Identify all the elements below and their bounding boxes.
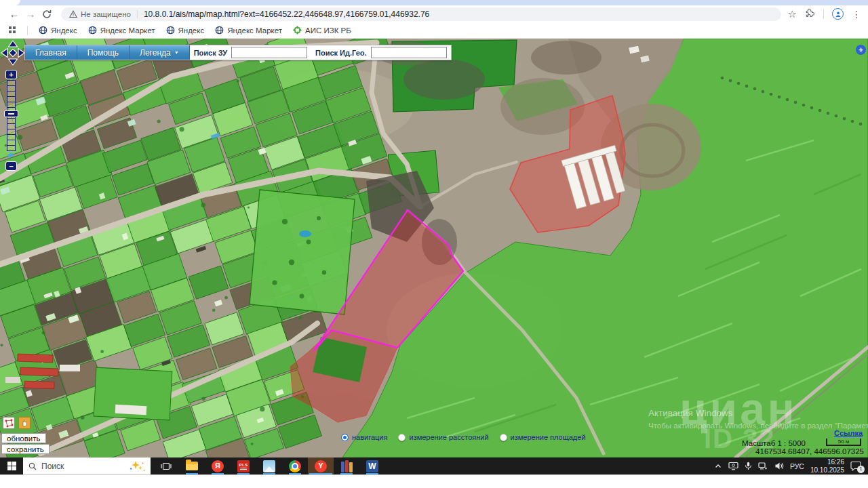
windows-activation-title: Активация Windows xyxy=(648,408,732,418)
bookmarks-bar: Яндекс Яндекс Маркет Яндекс Яндекс Марке… xyxy=(0,22,868,39)
pan-down-arrow xyxy=(9,59,18,65)
bookmark-yandex-market-2[interactable]: Яндекс Маркет xyxy=(215,26,282,35)
photos-app-icon[interactable] xyxy=(256,458,282,474)
chevron-down-icon: ▼ xyxy=(174,50,179,55)
date: 10.10.2025 xyxy=(810,466,844,474)
notification-badge: 1 xyxy=(857,466,865,473)
pls-app-icon[interactable]: PLS xyxy=(231,458,256,474)
display-icon[interactable] xyxy=(728,462,738,470)
bookmark-yandex-2[interactable]: Яндекс xyxy=(166,26,205,35)
cursor-coordinates: 4167534.68407, 446596.07325 xyxy=(755,447,864,455)
bookmark-label: Яндекс xyxy=(178,26,205,35)
globe-icon xyxy=(88,26,97,35)
task-view-icon[interactable] xyxy=(153,458,179,474)
refresh-icon[interactable] xyxy=(39,7,54,22)
language-indicator[interactable]: РУС xyxy=(790,462,804,470)
tray-chevron-icon[interactable] xyxy=(714,462,722,470)
mode-label: измерение площадей xyxy=(511,433,586,441)
pan-compass[interactable] xyxy=(1,40,25,66)
url-text: 10.8.0.1/ais/map/map.html?ext=4166452.22… xyxy=(144,9,429,19)
profile-avatar[interactable] xyxy=(832,8,844,20)
zoom-in-button[interactable]: + xyxy=(5,70,17,79)
home-button[interactable]: Главная xyxy=(25,45,77,60)
bookmark-star-icon[interactable]: ☆ xyxy=(788,8,797,20)
wreath-icon xyxy=(293,26,302,35)
bookmark-label: Яндекс Маркет xyxy=(227,26,282,35)
mode-measure-distance[interactable]: измерение расстояний xyxy=(398,433,488,441)
winrar-icon[interactable] xyxy=(334,458,359,474)
mode-navigation[interactable]: навигация xyxy=(341,433,387,441)
search-zu-label: Поиск ЗУ xyxy=(190,45,231,60)
yandex-app-icon[interactable]: Я xyxy=(205,458,231,474)
windows-logo-icon xyxy=(7,462,16,470)
bookmark-label: Яндекс xyxy=(51,26,77,35)
system-tray: РУС 16:26 10.10.2025 1 xyxy=(714,458,868,474)
microphone-icon[interactable] xyxy=(745,462,752,470)
bookmark-label: Яндекс Маркет xyxy=(100,26,155,35)
legend-dropdown[interactable]: Легенда▼ xyxy=(130,45,190,60)
forward-icon[interactable]: → xyxy=(23,7,38,22)
add-overlay-button[interactable]: + xyxy=(856,45,866,55)
pan-up-arrow xyxy=(9,41,18,47)
divider xyxy=(27,26,28,35)
bookmark-ais-izk[interactable]: АИС ИЗК РБ xyxy=(293,26,351,35)
yandex-browser-icon[interactable]: Y xyxy=(308,458,334,474)
search-zu-input[interactable] xyxy=(231,47,307,58)
menu-icon[interactable]: ⋮ xyxy=(852,9,861,20)
apps-grid-icon[interactable] xyxy=(8,24,16,37)
save-button[interactable]: сохранить xyxy=(1,444,50,454)
pan-hand-icon[interactable] xyxy=(18,417,31,429)
bookmark-yandex-market-1[interactable]: Яндекс Маркет xyxy=(88,26,155,35)
zoom-slider-track[interactable] xyxy=(7,81,16,151)
refresh-button[interactable]: обновить xyxy=(1,433,46,443)
browser-toolbar: ← → Не защищено 10.8.0.1/ais/map/map.htm… xyxy=(0,5,868,22)
pan-center xyxy=(9,49,16,56)
network-icon[interactable] xyxy=(758,462,768,470)
radio-icon[interactable] xyxy=(500,434,507,441)
globe-icon xyxy=(166,26,175,35)
radio-selected-icon[interactable] xyxy=(341,434,349,441)
volume-icon[interactable] xyxy=(774,462,784,470)
scale-bar: 50 м xyxy=(826,439,861,446)
mode-measure-area[interactable]: измерение площадей xyxy=(500,433,586,441)
help-button[interactable]: Помощь xyxy=(77,45,130,60)
extensions-icon[interactable] xyxy=(805,7,815,20)
start-button[interactable] xyxy=(0,458,23,474)
chrome-icon[interactable] xyxy=(282,458,308,474)
taskbar-search[interactable]: Поиск xyxy=(23,458,151,474)
zoom-slider-handle[interactable] xyxy=(4,110,18,117)
pan-right-arrow xyxy=(18,49,24,58)
address-bar[interactable]: Не защищено 10.8.0.1/ais/map/map.html?ex… xyxy=(61,7,781,21)
divider xyxy=(823,9,824,19)
time: 16:26 xyxy=(827,458,844,466)
bookmark-yandex-1[interactable]: Яндекс xyxy=(39,26,77,35)
notification-icon[interactable]: 1 xyxy=(850,461,863,472)
search-placeholder: Поиск xyxy=(41,462,64,471)
globe-icon xyxy=(215,26,224,35)
mode-label: измерение расстояний xyxy=(409,433,488,441)
zoom-out-button[interactable]: – xyxy=(5,161,17,171)
radio-icon[interactable] xyxy=(398,434,406,441)
pan-left-arrow xyxy=(1,49,7,58)
word-icon[interactable]: W xyxy=(359,458,385,474)
mode-switcher: навигация измерение расстояний измерение… xyxy=(341,433,586,441)
map-toolbar: Главная Помощь Легенда▼ Поиск ЗУ Поиск И… xyxy=(24,45,452,60)
active-tab[interactable] xyxy=(0,0,20,5)
security-label: Не защищено xyxy=(81,10,131,18)
search-geo-input[interactable] xyxy=(371,47,447,58)
clock[interactable]: 16:26 10.10.2025 xyxy=(810,458,844,474)
search-geo-label: Поиск Ид.Гео. xyxy=(311,45,371,60)
copilot-sparkle-icon xyxy=(129,460,145,472)
bookmark-label: АИС ИЗК РБ xyxy=(305,26,351,35)
back-icon[interactable]: ← xyxy=(7,7,22,22)
screen: ← → Не защищено 10.8.0.1/ais/map/map.htm… xyxy=(0,0,868,488)
security-chip[interactable]: Не защищено xyxy=(69,10,138,18)
polygon-edit-icon[interactable] xyxy=(3,417,15,429)
map-viewport[interactable]: + – Главная Помощь Легенда▼ Поиск ЗУ Пои… xyxy=(0,39,868,458)
browser-tab-strip xyxy=(0,0,868,5)
mode-label: навигация xyxy=(352,433,387,441)
share-link[interactable]: Ссылка xyxy=(834,429,863,437)
globe-icon xyxy=(39,26,47,35)
file-explorer-icon[interactable] xyxy=(179,458,205,474)
taskbar: Поиск Я PLS Y W РУС 16:26 xyxy=(0,458,868,475)
